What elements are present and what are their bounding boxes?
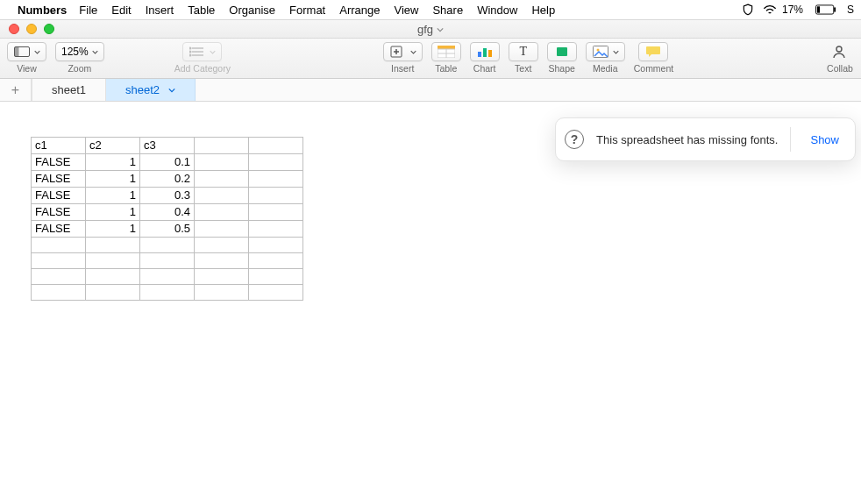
table-cell[interactable] — [195, 171, 249, 188]
table-header-cell[interactable]: c2 — [86, 138, 140, 154]
table-cell[interactable] — [32, 238, 86, 253]
window-close-button[interactable] — [9, 24, 19, 34]
table-row: FALSE10.3 — [32, 188, 303, 204]
table-cell[interactable]: 0.4 — [140, 204, 195, 221]
table-cell[interactable] — [249, 188, 303, 204]
table-cell[interactable] — [249, 204, 303, 221]
table-header-cell[interactable]: c3 — [140, 138, 195, 154]
menu-item-organise[interactable]: Organise — [229, 4, 275, 17]
shield-status-icon[interactable] — [742, 4, 754, 16]
chevron-down-icon — [437, 23, 444, 36]
menu-item-edit[interactable]: Edit — [111, 4, 131, 17]
table-cell[interactable] — [195, 238, 249, 253]
table-cell[interactable] — [195, 221, 249, 238]
table-cell[interactable] — [249, 221, 303, 238]
svg-rect-2 — [817, 6, 820, 12]
chart-button[interactable] — [470, 42, 500, 61]
app-name-menu[interactable]: Numbers — [18, 4, 67, 17]
table-cell[interactable] — [249, 253, 303, 269]
table-cell[interactable]: FALSE — [32, 188, 86, 204]
table-cell[interactable] — [249, 238, 303, 253]
table-cell[interactable]: FALSE — [32, 221, 86, 238]
table-cell[interactable] — [140, 238, 195, 253]
table-cell[interactable]: 0.2 — [140, 171, 195, 188]
table-cell[interactable]: 1 — [86, 204, 140, 221]
table-cell[interactable]: 1 — [86, 171, 140, 188]
shape-button[interactable] — [547, 42, 577, 61]
notice-message: This spreadsheet has missing fonts. — [596, 133, 778, 146]
notice-show-button[interactable]: Show — [803, 133, 846, 146]
media-button[interactable] — [586, 42, 625, 61]
insert-button[interactable] — [383, 42, 423, 61]
table-cell[interactable] — [86, 269, 140, 285]
menu-item-format[interactable]: Format — [289, 4, 325, 17]
text-button[interactable]: T — [509, 42, 538, 61]
menu-item-help[interactable]: Help — [531, 4, 555, 17]
table-cell[interactable] — [32, 269, 86, 285]
chevron-down-icon — [613, 49, 619, 55]
table-cell[interactable] — [32, 253, 86, 269]
collaborate-button[interactable] — [826, 42, 854, 61]
table-cell[interactable]: 1 — [86, 154, 140, 171]
table-cell[interactable] — [249, 171, 303, 188]
window-minimize-button[interactable] — [26, 24, 37, 34]
menu-item-view[interactable]: View — [394, 4, 418, 17]
wifi-status-icon[interactable] — [763, 4, 777, 15]
sheet-tab-sheet2[interactable]: sheet2 — [106, 79, 196, 101]
sheet-canvas[interactable]: c1c2c3FALSE10.1FALSE10.2FALSE10.3FALSE10… — [0, 102, 861, 504]
insert-formula-icon — [389, 45, 407, 59]
table-cell[interactable]: FALSE — [32, 204, 86, 221]
table-cell[interactable] — [195, 285, 249, 301]
table-cell[interactable] — [140, 285, 195, 301]
svg-rect-20 — [488, 50, 492, 57]
sheet-tab-sheet1[interactable]: sheet1 — [32, 79, 106, 101]
document-title[interactable]: gfg — [0, 23, 861, 36]
spreadsheet-table[interactable]: c1c2c3FALSE10.1FALSE10.2FALSE10.3FALSE10… — [31, 137, 303, 301]
table-cell[interactable] — [195, 188, 249, 204]
window-zoom-button[interactable] — [44, 24, 54, 34]
chevron-down-icon[interactable] — [168, 83, 175, 96]
table-header-cell[interactable]: c1 — [32, 138, 86, 154]
table-cell[interactable]: FALSE — [32, 154, 86, 171]
table-cell[interactable] — [86, 253, 140, 269]
table-cell[interactable] — [32, 285, 86, 301]
tool-group-add-category: Add Category — [174, 42, 231, 74]
menu-item-window[interactable]: Window — [477, 4, 517, 17]
zoom-button[interactable]: 125% — [55, 42, 104, 61]
table-cell[interactable] — [86, 285, 140, 301]
table-cell[interactable]: 0.1 — [140, 154, 195, 171]
table-button[interactable] — [431, 42, 461, 61]
table-cell[interactable] — [195, 253, 249, 269]
battery-status-icon[interactable] — [815, 4, 836, 15]
table-cell[interactable]: 0.3 — [140, 188, 195, 204]
table-cell[interactable]: 1 — [86, 221, 140, 238]
menu-item-share[interactable]: Share — [432, 4, 463, 17]
add-sheet-button[interactable]: + — [0, 79, 32, 101]
table-cell[interactable] — [195, 204, 249, 221]
help-icon[interactable]: ? — [565, 130, 584, 149]
table-cell[interactable] — [86, 238, 140, 253]
chart-label: Chart — [473, 63, 496, 74]
table-cell[interactable]: FALSE — [32, 171, 86, 188]
table-cell[interactable] — [249, 269, 303, 285]
table-cell[interactable] — [249, 285, 303, 301]
table-header-cell[interactable] — [249, 138, 303, 154]
view-button[interactable] — [7, 42, 46, 61]
menu-item-file[interactable]: File — [79, 4, 97, 17]
window-titlebar: gfg — [0, 19, 861, 39]
menu-item-table[interactable]: Table — [188, 4, 215, 17]
table-cell[interactable] — [195, 154, 249, 171]
table-cell[interactable] — [195, 269, 249, 285]
table-cell[interactable]: 1 — [86, 188, 140, 204]
table-cell[interactable] — [249, 154, 303, 171]
add-category-button[interactable] — [182, 42, 222, 61]
table-cell[interactable]: 0.5 — [140, 221, 195, 238]
menu-item-arrange[interactable]: Arrange — [339, 4, 380, 17]
table-cell[interactable] — [140, 269, 195, 285]
table-header-cell[interactable] — [195, 138, 249, 154]
chevron-down-icon — [210, 49, 216, 55]
menu-item-insert[interactable]: Insert — [146, 4, 174, 17]
table-cell[interactable] — [140, 253, 195, 269]
sheet-tab-bar: + sheet1sheet2 — [0, 79, 861, 102]
comment-button[interactable] — [638, 42, 668, 61]
